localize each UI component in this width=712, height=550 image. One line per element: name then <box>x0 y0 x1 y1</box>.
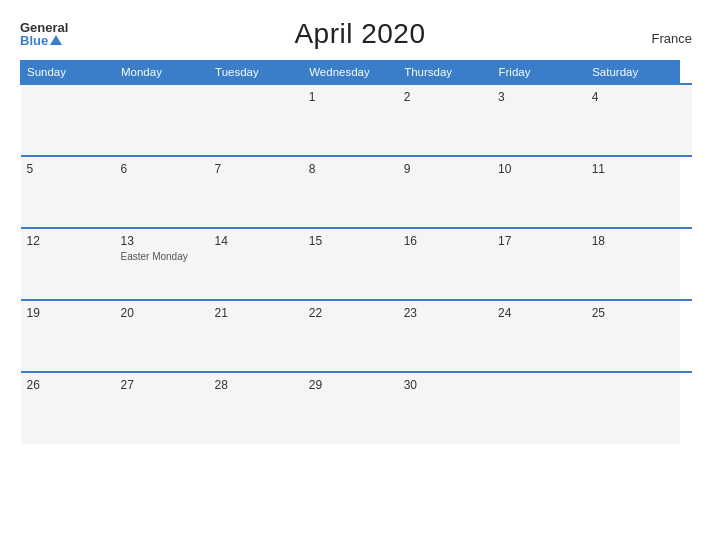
calendar-day: 20 <box>114 300 208 372</box>
calendar-day: 29 <box>303 372 398 444</box>
calendar-day <box>114 84 208 156</box>
calendar-day-empty <box>21 84 115 156</box>
calendar-week-row: 1234 <box>21 84 693 156</box>
day-number: 1 <box>309 90 392 104</box>
page: General Blue April 2020 France Sunday Mo… <box>0 0 712 550</box>
calendar-day: 10 <box>492 156 586 228</box>
calendar-day: 24 <box>492 300 586 372</box>
col-wednesday: Wednesday <box>303 61 398 85</box>
calendar-day: 4 <box>586 84 680 156</box>
col-sunday: Sunday <box>21 61 115 85</box>
day-number: 10 <box>498 162 580 176</box>
day-number: 22 <box>309 306 392 320</box>
day-number: 26 <box>27 378 109 392</box>
calendar-day: 12 <box>21 228 115 300</box>
calendar-day: 26 <box>21 372 115 444</box>
calendar-day: 3 <box>492 84 586 156</box>
calendar-day: 28 <box>209 372 303 444</box>
calendar-day: 8 <box>303 156 398 228</box>
day-number: 20 <box>120 306 202 320</box>
calendar-day: 6 <box>114 156 208 228</box>
calendar-day: 1 <box>303 84 398 156</box>
day-number: 11 <box>592 162 674 176</box>
day-number: 12 <box>27 234 109 248</box>
header: General Blue April 2020 France <box>20 18 692 50</box>
calendar-table: Sunday Monday Tuesday Wednesday Thursday… <box>20 60 692 444</box>
day-number: 4 <box>592 90 674 104</box>
country-label: France <box>652 31 692 50</box>
calendar-day: 17 <box>492 228 586 300</box>
col-friday: Friday <box>492 61 586 85</box>
calendar-day: 21 <box>209 300 303 372</box>
day-number: 9 <box>404 162 486 176</box>
day-number: 24 <box>498 306 580 320</box>
calendar-day: 7 <box>209 156 303 228</box>
day-number: 17 <box>498 234 580 248</box>
day-number: 30 <box>404 378 486 392</box>
calendar-day: 27 <box>114 372 208 444</box>
day-number: 13 <box>120 234 202 248</box>
calendar-day <box>586 372 680 444</box>
day-number: 28 <box>215 378 297 392</box>
calendar-day: 25 <box>586 300 680 372</box>
logo: General Blue <box>20 21 68 47</box>
calendar-day: 18 <box>586 228 680 300</box>
calendar-day: 16 <box>398 228 492 300</box>
day-number: 14 <box>215 234 297 248</box>
calendar-day-empty <box>680 84 692 156</box>
day-number: 27 <box>120 378 202 392</box>
calendar-day: 23 <box>398 300 492 372</box>
calendar-week-row: 19202122232425 <box>21 300 693 372</box>
calendar-day: 22 <box>303 300 398 372</box>
col-thursday: Thursday <box>398 61 492 85</box>
calendar-day: 11 <box>586 156 680 228</box>
calendar-header-row: Sunday Monday Tuesday Wednesday Thursday… <box>21 61 693 85</box>
day-number: 25 <box>592 306 674 320</box>
day-number: 21 <box>215 306 297 320</box>
logo-blue-text: Blue <box>20 34 48 47</box>
calendar-day: 5 <box>21 156 115 228</box>
calendar-week-row: 2627282930 <box>21 372 693 444</box>
day-number: 6 <box>120 162 202 176</box>
calendar-day: 30 <box>398 372 492 444</box>
day-number: 19 <box>27 306 109 320</box>
calendar-day: 2 <box>398 84 492 156</box>
calendar-week-row: 567891011 <box>21 156 693 228</box>
day-number: 23 <box>404 306 486 320</box>
calendar-day: 13Easter Monday <box>114 228 208 300</box>
day-number: 15 <box>309 234 392 248</box>
day-number: 5 <box>27 162 109 176</box>
col-tuesday: Tuesday <box>209 61 303 85</box>
calendar-day: 9 <box>398 156 492 228</box>
col-saturday: Saturday <box>586 61 680 85</box>
calendar-day: 15 <box>303 228 398 300</box>
day-number: 3 <box>498 90 580 104</box>
calendar-day <box>492 372 586 444</box>
logo-triangle-icon <box>50 35 62 45</box>
day-number: 16 <box>404 234 486 248</box>
day-number: 7 <box>215 162 297 176</box>
calendar-title: April 2020 <box>294 18 425 50</box>
day-number: 29 <box>309 378 392 392</box>
calendar-week-row: 1213Easter Monday1415161718 <box>21 228 693 300</box>
day-number: 8 <box>309 162 392 176</box>
col-monday: Monday <box>114 61 208 85</box>
holiday-label: Easter Monday <box>120 251 202 262</box>
day-number: 2 <box>404 90 486 104</box>
calendar-day: 14 <box>209 228 303 300</box>
calendar-day: 19 <box>21 300 115 372</box>
day-number: 18 <box>592 234 674 248</box>
calendar-day <box>209 84 303 156</box>
